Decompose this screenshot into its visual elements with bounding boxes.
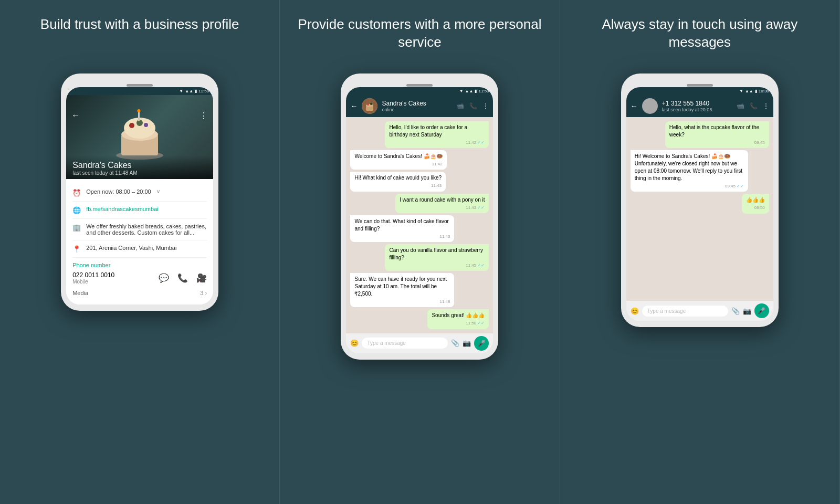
msg-text-8: Sounds great! 👍👍👍 — [432, 312, 485, 319]
message-icon[interactable]: 💬 — [159, 273, 169, 283]
video-call-icon-3[interactable]: 📹 — [737, 102, 744, 110]
phone-type: Mobile — [72, 279, 114, 285]
msg-time-2: 11:42 — [354, 161, 442, 167]
status-bar-1: ▼ ▲▲ ▮ 11:50 — [66, 87, 213, 95]
time-display-2: 11:50 — [478, 89, 489, 93]
status-bar-2: ▼ ▲▲ ▮ 11:50 — [346, 87, 493, 95]
chat-header-info-3: +1 312 555 1840 last seen today at 20:05 — [662, 100, 732, 112]
back-button-3[interactable]: ← — [631, 102, 638, 110]
paperclip-icon-2[interactable]: 📎 — [451, 339, 459, 347]
msg-time-8: 11:50 ✓✓ — [432, 320, 485, 326]
message-input-3[interactable]: Type a message — [642, 306, 728, 317]
msg-time-1: 11:42 ✓✓ — [389, 140, 485, 145]
phone-speaker-3 — [687, 84, 713, 87]
phone-action-icons: 💬 📞 🎥 — [159, 273, 207, 283]
phone-1: ▼ ▲▲ ▮ 11:50 — [61, 74, 218, 311]
phone-speaker — [127, 84, 153, 87]
profile-body: ⏰ Open now: 08:00 – 20:00 ∨ 🌐 fb.me/sand… — [66, 179, 213, 304]
website-row: 🌐 fb.me/sandrascakesmumbai — [72, 202, 207, 219]
business-hours: Open now: 08:00 – 20:00 — [86, 188, 151, 195]
msg-time-3-3: 09:50 — [746, 205, 765, 211]
business-description: We offer freshly baked breads, cakes, pa… — [86, 223, 207, 236]
chat-header-icons-2: 📹 📞 ⋮ — [456, 102, 489, 110]
msg-text-3: Hi! What kind of cake would you like? — [354, 174, 442, 182]
profile-overlay: Sandra's Cakes last seen today at 11:48 … — [66, 155, 213, 179]
msg-ticks-6: ✓✓ — [477, 263, 485, 268]
paperclip-icon-3[interactable]: 📎 — [731, 307, 740, 315]
profile-header: Sandra's Cakes last seen today at 11:48 … — [66, 95, 213, 179]
phone-number-row: 022 0011 0010 Mobile 💬 📞 🎥 — [72, 269, 207, 287]
camera-icon-2[interactable]: 📷 — [463, 339, 471, 347]
signal-icon-2: ▼ — [459, 89, 464, 93]
msg-time-3: 11:43 — [354, 183, 442, 188]
description-row: 🏢 We offer freshly baked breads, cakes, … — [72, 219, 207, 240]
chat-input-row-2: 😊 Type a message 📎 📷 🎤 — [346, 333, 493, 353]
chat-status-3: last seen today at 20:05 — [662, 107, 732, 112]
chat-status-2: online — [382, 107, 452, 112]
phone-call-icon-3[interactable]: 📞 — [750, 102, 758, 110]
chat-body-2: Hello, I'd like to order a cake for a bi… — [346, 117, 493, 333]
msg-time-4: 11:43 ✓✓ — [400, 205, 485, 211]
video-call-icon-2[interactable]: 📹 — [456, 102, 464, 110]
msg-text-3-3: 👍👍👍 — [746, 196, 765, 204]
msg-6: Can you do vanilla flavor and strawberry… — [385, 244, 489, 271]
msg-text-6: Can you do vanilla flavor and strawberry… — [389, 247, 485, 261]
msg-3-2: Hi! Welcome to Sandra's Cakes! 🍰🎂🍩Unfort… — [631, 150, 748, 192]
location-icon: 📍 — [72, 245, 81, 253]
msg-time-5: 11:43 — [354, 234, 450, 239]
more-button-1[interactable]: ⋮ — [200, 111, 208, 121]
building-icon: 🏢 — [72, 224, 81, 232]
svg-point-4 — [129, 123, 134, 128]
status-icons-1: ▼ ▲▲ ▮ 11:50 — [179, 89, 209, 93]
back-button-1[interactable]: ← — [71, 111, 80, 120]
svg-point-6 — [144, 123, 148, 127]
chat-name-3: +1 312 555 1840 — [662, 100, 732, 107]
msg-text-1: Hello, I'd like to order a cake for a bi… — [389, 124, 485, 139]
send-button-3[interactable]: 🎤 — [754, 303, 769, 318]
panel-away-messages: Always stay in touch using away messages… — [560, 0, 840, 504]
status-icons-3: ▼ ▲▲ ▮ 10:30 — [739, 89, 769, 93]
chat-avatar-3 — [642, 98, 658, 114]
emoji-icon-3[interactable]: 😊 — [631, 307, 639, 315]
battery-icon-3: ▮ — [755, 89, 757, 93]
wifi-icon-2: ▲▲ — [465, 89, 474, 93]
msg-5: We can do that. What kind of cake flavor… — [350, 215, 454, 242]
msg-time-6: 11:45 ✓✓ — [389, 262, 485, 268]
business-name: Sandra's Cakes — [72, 161, 207, 170]
business-website[interactable]: fb.me/sandrascakesmumbai — [86, 206, 159, 212]
panel3-title: Always stay in touch using away messages — [571, 16, 829, 58]
msg-ticks-3-2: ✓✓ — [737, 184, 744, 188]
signal-icon: ▼ — [179, 89, 183, 93]
status-icons-2: ▼ ▲▲ ▮ 11:50 — [459, 89, 489, 93]
media-row: Media 3 › — [72, 287, 207, 299]
input-placeholder-3: Type a message — [647, 308, 686, 314]
video-icon[interactable]: 🎥 — [196, 273, 207, 283]
call-icon[interactable]: 📞 — [177, 273, 188, 283]
panel2-title: Provide customers with a more personal s… — [290, 16, 549, 58]
hours-chevron[interactable]: ∨ — [156, 188, 160, 194]
phone-section-title: Phone number — [72, 258, 207, 269]
chat-header-icons-3: 📹 📞 ⋮ — [737, 102, 769, 110]
msg-time-3-2: 09:45 ✓✓ — [635, 183, 744, 189]
back-button-2[interactable]: ← — [350, 102, 358, 110]
message-input-2[interactable]: Type a message — [362, 338, 448, 349]
msg-time-7: 11:48 — [354, 299, 450, 304]
phone-3: ▼ ▲▲ ▮ 10:30 ← +1 312 555 1840 last seen… — [621, 74, 779, 327]
more-icon-2[interactable]: ⋮ — [482, 102, 489, 110]
phone-screen-1: ▼ ▲▲ ▮ 11:50 — [66, 87, 213, 304]
more-icon-3[interactable]: ⋮ — [763, 102, 769, 110]
media-label: Media — [72, 290, 88, 296]
phone-screen-2: ▼ ▲▲ ▮ 11:50 ← — [346, 87, 493, 353]
msg-text-4: I want a round cake with a pony on it — [400, 196, 485, 204]
input-placeholder-2: Type a message — [367, 340, 405, 346]
send-button-2[interactable]: 🎤 — [474, 336, 489, 351]
msg-1: Hello, I'd like to order a cake for a bi… — [385, 121, 489, 148]
emoji-icon-2[interactable]: 😊 — [350, 339, 359, 347]
chat-header-info-2: Sandra's Cakes online — [382, 100, 452, 112]
media-count: 3 › — [200, 290, 207, 296]
msg-text-7: Sure. We can have it ready for you next … — [354, 276, 450, 298]
address-row: 📍 201, Areniia Corner, Vashi, Mumbai — [72, 240, 207, 258]
status-bar-3: ▼ ▲▲ ▮ 10:30 — [626, 87, 773, 95]
phone-call-icon-2[interactable]: 📞 — [469, 102, 477, 110]
camera-icon-3[interactable]: 📷 — [743, 307, 751, 315]
